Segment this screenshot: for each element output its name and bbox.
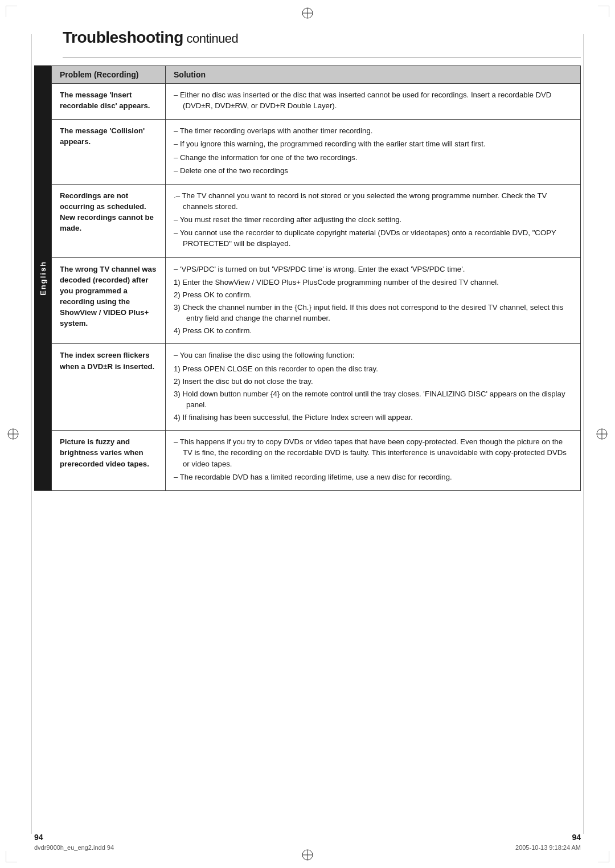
- page-number-left: 94: [34, 833, 114, 842]
- solution-numbered-item: 4) Press OK to confirm.: [174, 325, 572, 336]
- page-container: Troubleshooting continued English Proble…: [0, 0, 615, 868]
- footer-date: 2005-10-13 9:18:24 AM: [515, 844, 581, 851]
- main-content: English Problem (Recording) Solution The…: [34, 65, 581, 491]
- solution-item: The TV channel you want to record is not…: [174, 190, 572, 212]
- solution-numbered-item: 3) Check the channel number in the {Ch.}…: [174, 302, 572, 324]
- solution-numbered-item: 1) Enter the ShowView / VIDEO Plus+ Plus…: [174, 277, 572, 288]
- solution-item: The timer recording overlaps with anothe…: [174, 125, 572, 136]
- solution-item: You can finalise the disc using the foll…: [174, 350, 572, 361]
- table-row: Recordings are not occurring as schedule…: [52, 184, 581, 257]
- solution-numbered-item: 2) Insert the disc but do not close the …: [174, 376, 572, 387]
- page-footer: 94 dvdr9000h_eu_eng2.indd 94 94 2005-10-…: [34, 833, 581, 851]
- solution-numbered-item: 1) Press OPEN CLOSE on this recorder to …: [174, 363, 572, 374]
- solution-item: If you ignore this warning, the programm…: [174, 138, 572, 149]
- title-divider: [63, 57, 581, 58]
- table-row: The wrong TV channel was decoded (record…: [52, 257, 581, 344]
- title-main: Troubleshooting: [63, 28, 183, 46]
- solution-numbered-item: 3) Hold down button number {4} on the re…: [174, 388, 572, 410]
- problem-cell-3: The wrong TV channel was decoded (record…: [52, 257, 166, 344]
- language-tab: English: [34, 65, 51, 491]
- solution-item: Change the information for one of the tw…: [174, 152, 572, 163]
- solution-cell-4: You can finalise the disc using the foll…: [166, 344, 581, 431]
- solution-numbered-item: 2) Press OK to confirm.: [174, 289, 572, 300]
- col-header-problem: Problem (Recording): [52, 66, 166, 84]
- problem-cell-1: The message 'Collision' appears.: [52, 120, 166, 185]
- solution-item: The recordable DVD has a limited recordi…: [174, 472, 572, 482]
- solution-cell-5: This happens if you try to copy DVDs or …: [166, 431, 581, 491]
- solution-item: Delete one of the two recordings: [174, 165, 572, 176]
- problem-cell-2: Recordings are not occurring as schedule…: [52, 184, 166, 257]
- page-number-right: 94: [572, 833, 581, 842]
- solution-cell-2: The TV channel you want to record is not…: [166, 184, 581, 257]
- problem-cell-0: The message 'Insert recordable disc' app…: [52, 84, 166, 120]
- col-header-solution: Solution: [166, 66, 581, 84]
- footer-right: 94 2005-10-13 9:18:24 AM: [515, 833, 581, 851]
- solution-item: You must reset the timer recording after…: [174, 214, 572, 225]
- solution-item: This happens if you try to copy DVDs or …: [174, 436, 572, 469]
- solution-item: 'VPS/PDC' is turned on but 'VPS/PDC time…: [174, 264, 572, 275]
- page-title: Troubleshooting continued: [34, 28, 581, 47]
- solution-cell-3: 'VPS/PDC' is turned on but 'VPS/PDC time…: [166, 257, 581, 344]
- solution-cell-0: Either no disc was inserted or the disc …: [166, 84, 581, 120]
- footer-left: 94 dvdr9000h_eu_eng2.indd 94: [34, 833, 114, 851]
- table-row: Picture is fuzzy and brightness varies w…: [52, 431, 581, 491]
- solution-cell-1: The timer recording overlaps with anothe…: [166, 120, 581, 185]
- table-row: The message 'Collision' appears.The time…: [52, 120, 581, 185]
- troubleshoot-table: Problem (Recording) Solution The message…: [51, 65, 581, 491]
- table-row: The index screen flickers when a DVD±R i…: [52, 344, 581, 431]
- table-header-row: Problem (Recording) Solution: [52, 66, 581, 84]
- problem-cell-4: The index screen flickers when a DVD±R i…: [52, 344, 166, 431]
- problem-cell-5: Picture is fuzzy and brightness varies w…: [52, 431, 166, 491]
- footer-filename: dvdr9000h_eu_eng2.indd 94: [34, 844, 114, 851]
- solution-item: You cannot use the recorder to duplicate…: [174, 227, 572, 249]
- table-row: The message 'Insert recordable disc' app…: [52, 84, 581, 120]
- title-continued: continued: [183, 31, 239, 46]
- solution-numbered-item: 4) If finalising has been successful, th…: [174, 412, 572, 423]
- table-wrapper: Problem (Recording) Solution The message…: [51, 65, 581, 491]
- solution-item: Either no disc was inserted or the disc …: [174, 89, 572, 111]
